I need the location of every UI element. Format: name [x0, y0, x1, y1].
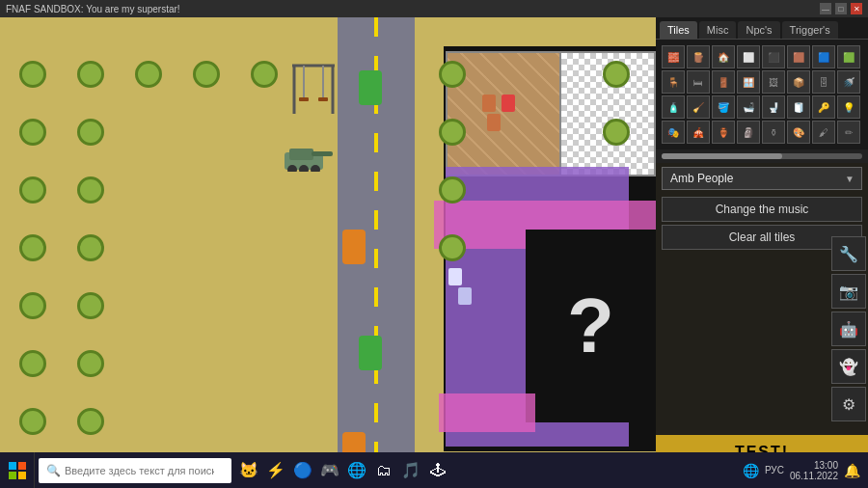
taskbar-icon-4[interactable]: 🎮	[318, 459, 341, 482]
tab-bar: Tiles Misc Npc's Trigger's	[656, 17, 868, 40]
tile-cell-11[interactable]: 🪟	[737, 70, 760, 94]
close-button[interactable]: ✕	[851, 3, 862, 14]
svg-rect-13	[9, 462, 16, 470]
tile-cell-14[interactable]: 🗄	[812, 70, 835, 94]
tree-3	[193, 61, 220, 88]
tree-11	[603, 119, 630, 146]
tree-6	[603, 61, 630, 88]
tab-tiles[interactable]: Tiles	[660, 21, 697, 39]
tile-cell-30[interactable]: 🖌	[812, 121, 835, 144]
svg-rect-9	[312, 151, 333, 156]
tile-cell-12[interactable]: 🖼	[762, 70, 785, 94]
tree-24	[19, 408, 46, 435]
tile-cell-10[interactable]: 🚪	[712, 70, 735, 94]
tab-npcs[interactable]: Npc's	[738, 21, 779, 39]
tree-25	[77, 408, 104, 435]
language-indicator: РУС	[765, 465, 784, 475]
dropdown-wrapper: Amb People None Rock Jazz Horror	[662, 167, 862, 190]
tile-cell-19[interactable]: 🛁	[737, 95, 760, 119]
tab-triggers[interactable]: Trigger's	[782, 21, 838, 39]
ghost-icon-button[interactable]: 👻	[831, 349, 866, 384]
tree-4	[251, 61, 278, 88]
tile-cell-31[interactable]: ✏	[837, 121, 860, 144]
tile-cell-25[interactable]: 🎪	[687, 121, 710, 144]
camera-icon-button[interactable]: 📷	[831, 274, 866, 309]
taskbar-icon-3[interactable]: 🔵	[291, 459, 314, 482]
tree-23	[77, 350, 104, 377]
tile-cell-29[interactable]: 🎨	[787, 121, 810, 144]
taskbar-icon-7[interactable]: 🎵	[399, 459, 422, 482]
tree-14	[77, 176, 104, 203]
tile-cell-2[interactable]: 🏠	[712, 45, 735, 68]
date-display: 06.11.2022	[790, 471, 838, 481]
tile-cell-6[interactable]: 🟦	[812, 45, 835, 68]
tile-cell-17[interactable]: 🧹	[687, 95, 710, 119]
tile-cell-27[interactable]: 🗿	[737, 121, 760, 144]
black-area: ?	[526, 230, 656, 422]
right-panel: Tiles Misc Npc's Trigger's 🧱🪵🏠⬜⬛🟫🟦🟩🪑🛏🚪🪟🖼…	[656, 17, 868, 470]
tree-15	[439, 176, 466, 203]
maximize-button[interactable]: □	[835, 3, 847, 14]
tile-cell-24[interactable]: 🎭	[662, 121, 685, 144]
tile-cell-13[interactable]: 📦	[787, 70, 810, 94]
tile-cell-20[interactable]: 🚽	[762, 95, 785, 119]
tab-misc[interactable]: Misc	[699, 21, 737, 39]
tree-10	[439, 119, 466, 146]
taskbar-icon-5[interactable]: 🌐	[345, 459, 368, 482]
svg-rect-15	[9, 472, 16, 479]
slider-row	[656, 149, 868, 163]
map-canvas[interactable]: ?	[0, 17, 656, 470]
game-area: ?	[0, 17, 868, 470]
tile-cell-4[interactable]: ⬛	[762, 45, 785, 68]
tree-18	[77, 234, 104, 261]
tile-cell-21[interactable]: 🧻	[787, 95, 810, 119]
search-bar[interactable]: 🔍	[39, 458, 231, 483]
search-input[interactable]	[65, 465, 214, 476]
tile-cell-3[interactable]: ⬜	[737, 45, 760, 68]
swing-set	[285, 61, 342, 122]
tree-20	[19, 292, 46, 319]
tree-21	[77, 292, 104, 319]
npc-sprite-3	[487, 114, 501, 131]
window-title: FNAF SANDBOX: You are my superstar!	[6, 4, 180, 14]
tile-cell-5[interactable]: 🟫	[787, 45, 810, 68]
svg-rect-8	[289, 149, 313, 160]
tree-8	[19, 119, 46, 146]
taskbar-icon-2[interactable]: ⚡	[264, 459, 287, 482]
tree-1	[77, 61, 104, 88]
taskbar-icon-6[interactable]: 🗂	[372, 459, 395, 482]
wrench-icon-button[interactable]: 🔧	[831, 236, 866, 271]
tile-cell-15[interactable]: 🚿	[837, 70, 860, 94]
volume-slider[interactable]	[662, 153, 862, 159]
tile-cell-0[interactable]: 🧱	[662, 45, 685, 68]
slider-fill	[662, 153, 782, 159]
tile-cell-28[interactable]: ⚱	[762, 121, 785, 144]
taskbar-icon-1[interactable]: 🐱	[237, 459, 260, 482]
svg-rect-16	[18, 472, 26, 479]
car-0	[359, 70, 382, 105]
robot-icon-button[interactable]: 🤖	[831, 312, 866, 346]
start-button[interactable]	[0, 452, 35, 488]
tree-22	[19, 350, 46, 377]
tree-19	[439, 234, 466, 261]
music-dropdown[interactable]: Amb People None Rock Jazz Horror	[662, 167, 862, 190]
taskbar-icon-8[interactable]: 🕹	[426, 459, 449, 482]
question-mark: ?	[567, 282, 614, 370]
dropdown-row: Amb People None Rock Jazz Horror	[656, 163, 868, 194]
tile-cell-1[interactable]: 🪵	[687, 45, 710, 68]
tile-cell-8[interactable]: 🪑	[662, 70, 685, 94]
gear-icon-button[interactable]: ⚙	[831, 387, 866, 421]
tile-cell-7[interactable]: 🟩	[837, 45, 860, 68]
tile-cell-26[interactable]: 🏺	[712, 121, 735, 144]
notification-icon[interactable]: 🔔	[844, 463, 860, 478]
tile-cell-16[interactable]: 🧴	[662, 95, 685, 119]
minimize-button[interactable]: —	[820, 3, 831, 14]
svg-rect-14	[18, 462, 26, 470]
tile-cell-9[interactable]: 🛏	[687, 70, 710, 94]
tank-item	[285, 143, 338, 176]
tile-cell-22[interactable]: 🔑	[812, 95, 835, 119]
tile-cell-23[interactable]: 💡	[837, 95, 860, 119]
tile-cell-18[interactable]: 🪣	[712, 95, 735, 119]
change-music-button[interactable]: Change the music	[662, 197, 862, 222]
floor-pink-bottom	[439, 393, 535, 432]
